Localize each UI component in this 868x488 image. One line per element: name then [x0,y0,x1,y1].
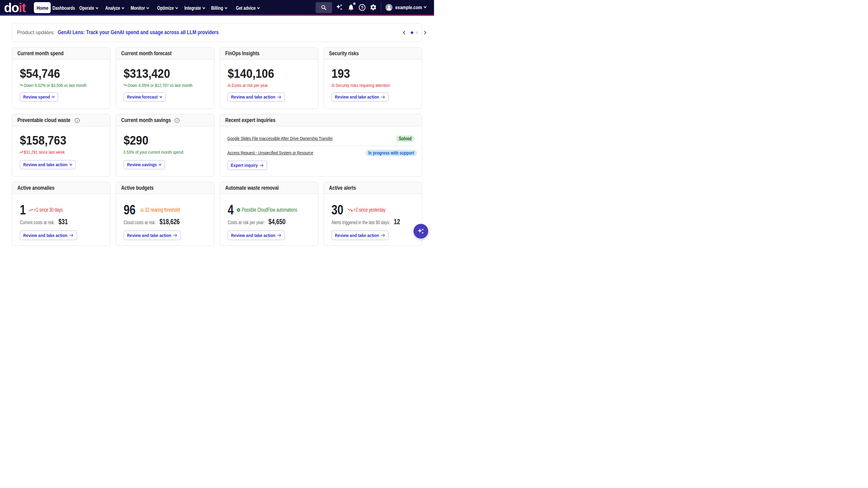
svg-text:?: ? [361,5,363,10]
